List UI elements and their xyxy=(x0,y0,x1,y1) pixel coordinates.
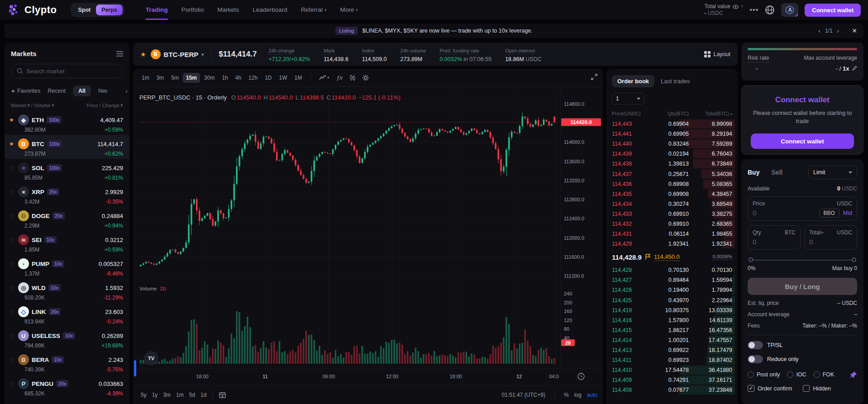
connect-wallet-cta-button[interactable]: Connect wallet xyxy=(751,133,854,149)
market-row-bera[interactable]: ☆BBERA10x2.243740.39K-5.75% xyxy=(5,351,129,375)
ask-row[interactable]: 114,4320.699102.68365 xyxy=(606,219,738,229)
market-row-useless[interactable]: ☆UUSELESS10x0.26289794.99K+19.68% xyxy=(5,327,129,351)
market-row-sol[interactable]: ☆≡SOL100x225.42985.85M+0.81% xyxy=(5,159,129,183)
ask-row[interactable]: 114,4360.699085.08365 xyxy=(606,179,738,189)
favorite-star-icon[interactable]: ☆ xyxy=(9,333,15,339)
range-5d[interactable]: 5d xyxy=(187,390,197,399)
toggle-spot[interactable]: Spot xyxy=(72,5,96,15)
tab-sell[interactable]: Sell xyxy=(771,169,782,176)
bid-row[interactable]: 114,41910.8037513.03339 xyxy=(606,305,738,315)
index-price[interactable]: 114,450.0 xyxy=(654,253,680,261)
favorite-star-icon[interactable]: ☆ xyxy=(9,237,15,243)
market-tab-recent[interactable]: Recent xyxy=(48,88,66,94)
toggle-perps[interactable]: Perps xyxy=(96,5,123,15)
toggle-switch[interactable] xyxy=(748,341,763,349)
eye-icon[interactable] xyxy=(733,5,739,9)
toggle-reduce-only[interactable]: Reduce only xyxy=(748,355,857,363)
qty-input[interactable]: 0 xyxy=(753,238,756,246)
range-1d[interactable]: 1d xyxy=(198,390,209,399)
language-globe-icon[interactable] xyxy=(765,5,775,15)
ask-row[interactable]: 114,4390.021946.76043 xyxy=(606,149,738,159)
bid-row[interactable]: 114,4151.8621716.47356 xyxy=(606,325,738,335)
favorite-star-icon[interactable]: ★ xyxy=(140,51,146,58)
market-row-link[interactable]: ☆◇LINK20x23.603913.94K-0.24% xyxy=(5,303,129,327)
market-tab-all[interactable]: All xyxy=(73,86,91,96)
network-selector[interactable] xyxy=(781,3,798,17)
range-1m[interactable]: 1m xyxy=(174,390,186,399)
favorite-star-icon[interactable]: ☆ xyxy=(9,356,15,363)
market-tab-new[interactable]: New xyxy=(98,88,107,94)
ask-row[interactable]: 114,4350.699084.38457 xyxy=(606,189,738,199)
size-slider[interactable] xyxy=(749,257,856,263)
bid-row[interactable]: 114,4260.194001.78994 xyxy=(606,285,738,295)
market-row-pengu[interactable]: ☆PPENGU20x0.033663685.32K-4.39% xyxy=(5,375,129,399)
bid-row[interactable]: 114,4141.0020117.47557 xyxy=(606,335,738,345)
interval-1M[interactable]: 1M xyxy=(291,73,305,83)
interval-1m[interactable]: 1m xyxy=(138,73,153,83)
qty-field[interactable]: QtyBTC 0 xyxy=(748,225,801,250)
buy-long-button[interactable]: Buy / Long xyxy=(748,278,857,295)
interval-5m[interactable]: 5m xyxy=(168,73,182,83)
instrument-selector[interactable]: B BTC-PERP ▾ xyxy=(151,49,204,59)
ask-row[interactable]: 114,4291.923411.92341 xyxy=(606,239,738,249)
total-field[interactable]: Total≈USDC 0 xyxy=(804,225,857,250)
chart-clock[interactable]: 01:51:47 (UTC+9) xyxy=(502,392,545,398)
toggle-tp-sl[interactable]: TP/SL xyxy=(748,341,857,349)
favorite-star-icon[interactable]: ☆ xyxy=(9,189,15,195)
banner-prev-icon[interactable]: ‹ xyxy=(818,27,820,34)
order-book-tab-last-trades[interactable]: Last trades xyxy=(661,78,690,85)
bbo-button[interactable]: BBO xyxy=(819,209,839,218)
bid-row[interactable]: 114,4110.6992318.87402 xyxy=(606,355,738,365)
market-search[interactable] xyxy=(11,64,123,78)
nav-link-markets[interactable]: Markets xyxy=(217,0,239,20)
scrollbar-handle[interactable] xyxy=(134,360,136,376)
market-tab-favorites[interactable]: ★Favorites xyxy=(11,88,40,94)
search-input[interactable] xyxy=(26,68,117,75)
price-input[interactable]: 0 xyxy=(753,209,756,217)
bid-row[interactable]: 114,4161.5780014.61139 xyxy=(606,315,738,325)
ask-row[interactable]: 114,4381.398136.73849 xyxy=(606,159,738,169)
compare-indicator-icon[interactable]: ▾ xyxy=(316,75,332,81)
checkbox-hidden[interactable]: Hidden xyxy=(803,385,831,392)
scale-auto[interactable]: auto xyxy=(587,392,597,398)
interval-12h[interactable]: 12h xyxy=(245,73,261,83)
favorite-star-icon[interactable]: ☆ xyxy=(9,213,15,219)
chart-settings-gear-icon[interactable] xyxy=(360,75,372,81)
range-5y[interactable]: 5y xyxy=(138,390,149,399)
tabs-overflow-chevron-icon[interactable]: › xyxy=(125,87,128,95)
toggle-switch[interactable] xyxy=(748,355,763,363)
favorite-star-icon[interactable]: ★ xyxy=(9,141,15,147)
edit-leverage-pencil-icon[interactable] xyxy=(852,66,857,71)
radio-post-only[interactable]: Post only xyxy=(748,371,780,378)
total-input[interactable]: 0 xyxy=(809,238,813,246)
ask-row[interactable]: 114,4340.302743.68549 xyxy=(606,199,738,209)
grouping-select[interactable]: 1 xyxy=(612,93,644,105)
pin-icon[interactable] xyxy=(850,371,857,378)
market-row-eth[interactable]: ★◆ETH100x4,409.47382.80M+0.59% xyxy=(5,111,129,135)
ask-row[interactable]: 114,4410.699058.29194 xyxy=(606,129,738,139)
nav-link-referral[interactable]: Referral▾ xyxy=(301,0,327,20)
order-book-tab-order-book[interactable]: Order book xyxy=(612,75,654,87)
bid-row[interactable]: 114,4130.6992218.17479 xyxy=(606,345,738,355)
goto-date-calendar-icon[interactable] xyxy=(216,392,229,398)
scale-log[interactable]: log xyxy=(574,392,582,398)
banner-next-icon[interactable]: › xyxy=(837,27,839,34)
spread-percent[interactable]: 0.0009% xyxy=(713,254,732,260)
ask-row[interactable]: 114,4430.699048.99098 xyxy=(606,119,738,129)
ask-row[interactable]: 114,4400.832467.59289 xyxy=(606,139,738,149)
tradingview-logo[interactable]: TV xyxy=(144,351,158,366)
favorite-star-icon[interactable]: ☆ xyxy=(9,165,15,171)
tab-buy[interactable]: Buy xyxy=(748,169,759,176)
connect-wallet-button[interactable]: Connect wallet xyxy=(805,4,861,17)
interval-1h[interactable]: 1h xyxy=(219,73,231,83)
price-field[interactable]: PriceUSDC 0 BBOMid xyxy=(748,196,857,221)
layout-button[interactable]: Layout xyxy=(704,51,730,57)
checkbox-order-confirm[interactable]: ✓Order confirm xyxy=(748,385,792,392)
candlestick-chart[interactable]: 114420.0114800.0114000.0113600.0113200.0… xyxy=(133,87,603,385)
bid-row[interactable]: 114,4090.7429137.16171 xyxy=(606,375,738,385)
banner-close-icon[interactable]: ✕ xyxy=(852,27,857,34)
markets-menu-icon[interactable] xyxy=(116,51,123,57)
bid-row[interactable]: 114,4250.439702.22964 xyxy=(606,295,738,305)
candle-style-icon[interactable] xyxy=(347,75,358,81)
market-row-xrp[interactable]: ☆×XRP20x2.99293.42M-0.35% xyxy=(5,183,129,207)
